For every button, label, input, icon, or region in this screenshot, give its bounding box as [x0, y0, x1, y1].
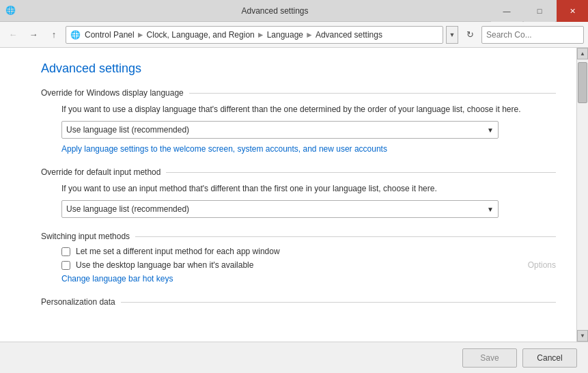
scrollbar[interactable]: ▲ ▼: [576, 48, 588, 342]
section-divider: [166, 172, 556, 173]
section-divider: [189, 93, 556, 94]
maximize-button[interactable]: □: [524, 0, 555, 22]
close-button[interactable]: ✕: [557, 0, 588, 22]
page-title: Advanced settings: [41, 61, 556, 76]
scrollbar-down-button[interactable]: ▼: [577, 330, 588, 342]
scrollbar-track: [577, 59, 588, 330]
search-input[interactable]: [486, 30, 588, 40]
path-icon: 🌐: [70, 30, 81, 40]
chevron-down-icon: ▼: [487, 126, 494, 134]
back-button[interactable]: ←: [4, 26, 22, 44]
per-app-label: Let me set a different input method for …: [76, 247, 280, 256]
address-path: 🌐 Control Panel ► Clock, Language, and R…: [66, 26, 443, 44]
change-hotkeys-link[interactable]: Change language bar hot keys: [61, 274, 556, 284]
breadcrumb-language[interactable]: Language: [267, 30, 303, 40]
main-container: Advanced settings Override for Windows d…: [0, 48, 588, 342]
section-display-language: Override for Windows display language If…: [41, 88, 556, 154]
per-app-checkbox[interactable]: [61, 247, 70, 256]
section-header-personalization: Personalization data: [41, 297, 556, 307]
app-icon: 🌐: [5, 5, 16, 16]
input-method-dropdown[interactable]: Use language list (recommended) ▼: [61, 200, 499, 218]
section-personalization: Personalization data: [41, 297, 556, 307]
section-header-input-method: Override for default input method: [41, 167, 556, 177]
forward-button[interactable]: →: [25, 26, 42, 44]
breadcrumb-control-panel[interactable]: Control Panel: [85, 30, 135, 40]
section-header-display-language: Override for Windows display language: [41, 88, 556, 98]
section-switching: Switching input methods Let me set a dif…: [41, 232, 556, 284]
title-bar: 🌐 Advanced settings — □ ✕: [0, 0, 588, 22]
address-dropdown-button[interactable]: ▼: [446, 26, 458, 44]
window-controls: — □ ✕: [491, 0, 588, 22]
input-method-dropdown-container: Use language list (recommended) ▼: [61, 200, 556, 218]
breadcrumb-clock-language[interactable]: Clock, Language, and Region: [147, 30, 255, 40]
scrollbar-up-button[interactable]: ▲: [577, 48, 588, 59]
address-bar: ← → ↑ 🌐 Control Panel ► Clock, Language,…: [0, 22, 588, 48]
content-area: Advanced settings Override for Windows d…: [0, 48, 576, 342]
section-divider: [135, 236, 556, 237]
refresh-button[interactable]: ↻: [461, 26, 479, 44]
scrollbar-thumb[interactable]: [578, 62, 587, 103]
lang-bar-checkbox[interactable]: [61, 261, 70, 270]
up-button[interactable]: ↑: [45, 26, 63, 44]
options-link[interactable]: Options: [528, 260, 556, 270]
chevron-down-icon: ▼: [487, 206, 494, 213]
checkbox-lang-bar: Use the desktop language bar when it's a…: [61, 260, 556, 270]
display-language-dropdown-container: Use language list (recommended) ▼: [61, 121, 556, 139]
section-divider: [121, 302, 556, 303]
lang-bar-label: Use the desktop language bar when it's a…: [76, 260, 253, 270]
section-header-switching: Switching input methods: [41, 232, 556, 241]
bottom-bar: Save Cancel: [0, 342, 588, 373]
apply-language-settings-link[interactable]: Apply language settings to the welcome s…: [61, 144, 387, 154]
minimize-button[interactable]: —: [491, 0, 522, 22]
save-button[interactable]: Save: [462, 348, 517, 368]
display-language-description: If you want to use a display language th…: [61, 103, 556, 115]
window-title: Advanced settings: [22, 6, 528, 16]
search-box[interactable]: 🔍: [481, 26, 584, 44]
breadcrumb-advanced-settings[interactable]: Advanced settings: [316, 30, 382, 40]
input-method-description: If you want to use an input method that'…: [61, 182, 556, 195]
display-language-dropdown[interactable]: Use language list (recommended) ▼: [61, 121, 499, 139]
section-input-method: Override for default input method If you…: [41, 167, 556, 218]
checkbox-per-app: Let me set a different input method for …: [61, 247, 556, 256]
cancel-button[interactable]: Cancel: [522, 348, 577, 368]
